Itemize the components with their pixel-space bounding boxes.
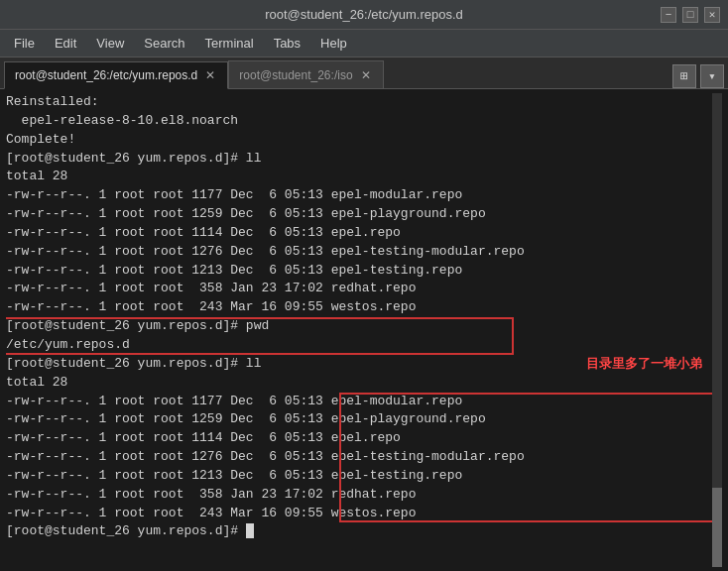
title-bar: root@student_26:/etc/yum.repos.d − □ ✕: [0, 0, 728, 30]
close-button[interactable]: ✕: [704, 7, 720, 23]
new-tab-button[interactable]: ⊞: [672, 64, 696, 88]
line-9: -rw-r--r--. 1 root root 1114 Dec 6 05:13…: [6, 224, 712, 243]
menu-help[interactable]: Help: [312, 34, 355, 53]
tab-yum-repos[interactable]: root@student_26:/etc/yum.repos.d ✕: [4, 61, 228, 89]
tab-label-active: root@student_26:/etc/yum.repos.d: [15, 68, 197, 82]
tab-close-inactive[interactable]: ✕: [359, 68, 373, 82]
menu-tabs[interactable]: Tabs: [266, 34, 308, 53]
tab-close-active[interactable]: ✕: [203, 68, 217, 82]
line-21: -rw-r--r--. 1 root root 1276 Dec 6 05:13…: [6, 448, 712, 467]
line-13: -rw-r--r--. 1 root root 243 Mar 16 09:55…: [6, 298, 712, 317]
line-17: total 28: [6, 374, 712, 393]
line-19: -rw-r--r--. 1 root root 1259 Dec 6 05:13…: [6, 410, 712, 429]
scrollbar-thumb[interactable]: [712, 488, 722, 567]
window-title: root@student_26:/etc/yum.repos.d: [67, 7, 661, 22]
line-15: /etc/yum.repos.d: [6, 336, 712, 355]
line-5: [root@student_26 yum.repos.d]# ll: [6, 150, 712, 169]
line-18: -rw-r--r--. 1 root root 1177 Dec 6 05:13…: [6, 393, 712, 411]
line-7: -rw-r--r--. 1 root root 1177 Dec 6 05:13…: [6, 186, 712, 205]
window-controls[interactable]: − □ ✕: [661, 7, 720, 23]
maximize-button[interactable]: □: [682, 7, 698, 23]
tab-iso[interactable]: root@student_26:/iso ✕: [228, 60, 383, 88]
tab-bar: root@student_26:/etc/yum.repos.d ✕ root@…: [0, 57, 728, 89]
line-22: -rw-r--r--. 1 root root 1213 Dec 6 05:13…: [6, 467, 712, 486]
line-12: -rw-r--r--. 1 root root 358 Jan 23 17:02…: [6, 280, 712, 298]
line-6: total 28: [6, 168, 712, 186]
line-4: Complete!: [6, 131, 712, 150]
menu-search[interactable]: Search: [136, 34, 192, 53]
terminal-window[interactable]: Reinstalled: epel-release-8-10.el8.noarc…: [0, 89, 728, 571]
scrollbar[interactable]: [712, 93, 722, 567]
menu-file[interactable]: File: [6, 34, 43, 53]
line-23: -rw-r--r--. 1 root root 358 Jan 23 17:02…: [6, 486, 712, 505]
line-24: -rw-r--r--. 1 root root 243 Mar 16 09:55…: [6, 505, 712, 523]
tab-menu-button[interactable]: ▾: [700, 64, 724, 88]
line-20: -rw-r--r--. 1 root root 1114 Dec 6 05:13…: [6, 429, 712, 448]
line-8: -rw-r--r--. 1 root root 1259 Dec 6 05:13…: [6, 205, 712, 224]
line-1: Reinstalled:: [6, 93, 712, 112]
line-10: -rw-r--r--. 1 root root 1276 Dec 6 05:13…: [6, 243, 712, 262]
line-25: [root@student_26 yum.repos.d]#: [6, 522, 712, 541]
menu-view[interactable]: View: [88, 34, 132, 53]
line-11: -rw-r--r--. 1 root root 1213 Dec 6 05:13…: [6, 262, 712, 281]
terminal-content: Reinstalled: epel-release-8-10.el8.noarc…: [6, 93, 712, 567]
menu-bar: File Edit View Search Terminal Tabs Help: [0, 30, 728, 57]
line-2: epel-release-8-10.el8.noarch: [6, 112, 712, 131]
menu-terminal[interactable]: Terminal: [197, 34, 262, 53]
tab-label-inactive: root@student_26:/iso: [239, 68, 352, 82]
annotation-label: 目录里多了一堆小弟: [586, 355, 702, 374]
minimize-button[interactable]: −: [661, 7, 676, 23]
line-14: [root@student_26 yum.repos.d]# pwd: [6, 317, 712, 336]
menu-edit[interactable]: Edit: [47, 34, 84, 53]
